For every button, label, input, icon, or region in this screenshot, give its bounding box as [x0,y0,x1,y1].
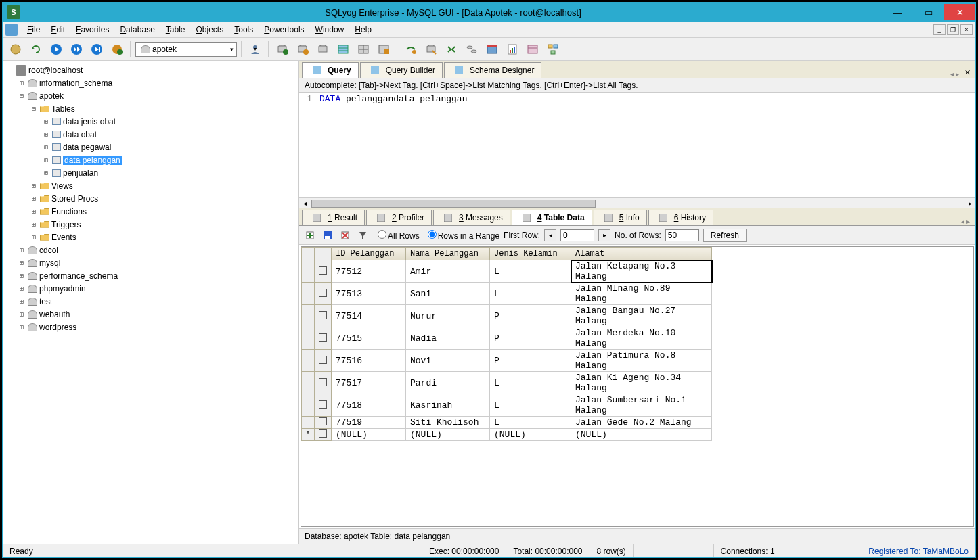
tab-schema-designer[interactable]: Schema Designer [444,62,541,78]
cell[interactable]: P [490,350,571,372]
cell[interactable]: Nadia [406,327,490,350]
menu-powertools[interactable]: Powertools [259,24,309,36]
result-nav-icon[interactable]: ◂ ▸ [958,218,973,225]
cell[interactable]: (NULL) [571,429,712,441]
scroll-right-icon[interactable]: ▸ [964,200,975,207]
expand-icon[interactable]: ⊞ [30,182,38,189]
expand-icon[interactable]: ⊞ [18,298,26,305]
save-icon[interactable] [321,229,334,242]
expand-icon[interactable]: ⊞ [30,220,38,228]
expand-icon[interactable]: ⊟ [30,105,38,112]
maximize-button[interactable]: ▭ [913,4,944,20]
row-checkbox[interactable] [315,417,332,429]
cell[interactable]: (NULL) [332,429,406,441]
refresh-button[interactable]: Refresh [703,229,747,242]
result-tab-messages[interactable]: 3 Messages [433,210,510,225]
rows-in-range-radio[interactable]: Rows in a Range [424,230,499,241]
table-row[interactable]: 77513SaniLJalan MInang No.89 Malang [302,283,712,305]
menu-tools[interactable]: Tools [229,24,259,36]
cell[interactable]: Siti Kholisoh [406,417,490,429]
first-row-input[interactable] [560,229,594,241]
report-icon[interactable] [504,41,521,58]
tree-folder-Views[interactable]: ⊞Views [3,179,298,192]
cell[interactable]: L [490,417,571,429]
cell[interactable]: 77514 [332,305,406,327]
cell[interactable]: Jalan Ketapang No.3 Malang [571,260,712,283]
cell[interactable]: L [490,394,571,417]
tree-db-cdcol[interactable]: ⊞cdcol [3,243,298,256]
prev-page-button[interactable]: ◂ [544,229,556,241]
row-checkbox[interactable] [315,372,332,394]
row-checkbox[interactable] [315,350,332,372]
cell[interactable]: Jalan Merdeka No.10 Malang [571,327,712,350]
db-tool3-icon[interactable] [314,41,332,58]
cell[interactable]: Jalan Gede No.2 Malang [571,417,712,429]
menu-edit[interactable]: Edit [45,24,70,36]
expand-icon[interactable]: ⊞ [30,208,38,215]
cell[interactable]: Sani [406,283,490,305]
next-page-button[interactable]: ▸ [598,229,610,241]
expand-icon[interactable]: ⊞ [18,310,26,318]
expand-icon[interactable]: ⊞ [18,246,26,254]
cell[interactable]: L [490,283,571,305]
expand-icon[interactable]: ⊞ [42,131,50,138]
table-row[interactable]: 77516NoviPJalan Patimura No.8 Malang [302,350,712,372]
row-checkbox[interactable] [315,394,332,417]
menu-objects[interactable]: Objects [191,24,229,36]
menu-window[interactable]: Window [310,24,350,36]
table-row[interactable]: 77515NadiaPJalan Merdeka No.10 Malang [302,327,712,350]
cell[interactable]: Pardi [406,372,490,394]
row-checkbox[interactable] [315,305,332,327]
cell[interactable]: Jalang Bangau No.27 Malang [571,305,712,327]
table-tool1-icon[interactable] [334,41,352,58]
row-checkbox[interactable] [315,283,332,305]
close-button[interactable]: ✕ [944,4,975,20]
cell[interactable]: L [490,372,571,394]
scroll-left-icon[interactable]: ◂ [299,200,310,207]
tree-db-webauth[interactable]: ⊞webauth [3,308,298,321]
cell[interactable]: 77513 [332,283,406,305]
result-tab-table-data[interactable]: 4 Table Data [512,210,592,225]
new-connection-icon[interactable] [7,41,24,58]
tree-folder-Stored-Procs[interactable]: ⊞Stored Procs [3,192,298,205]
tree-table-data-jenis-obat[interactable]: ⊞data jenis obat [3,115,298,128]
tabbar-nav-icon[interactable]: ◂ ▸ [948,70,962,78]
expand-icon[interactable]: ⊞ [30,195,38,202]
tree-db-apotek[interactable]: ⊟apotek [3,89,298,102]
registered-to-link[interactable]: Registered To: TaMaMBoLo [862,546,975,556]
form-icon[interactable] [524,41,541,58]
cell[interactable]: Amir [406,260,490,283]
table-row[interactable]: 77517PardiLJalan Ki Ageng No.34 Malang [302,372,712,394]
tree-db-test[interactable]: ⊞test [3,295,298,308]
db-tool1-icon[interactable] [273,41,291,58]
diagram-icon[interactable] [544,41,562,58]
cell[interactable]: 77517 [332,372,406,394]
tree-db-performance_schema[interactable]: ⊞performance_schema [3,269,298,282]
cell[interactable]: (NULL) [406,429,490,441]
tab-query[interactable]: Query [302,62,359,78]
sync-tool1-icon[interactable] [402,41,420,58]
tab-close-button[interactable]: ✕ [962,67,973,78]
column-header[interactable]: Nama Pelanggan [406,248,490,260]
menu-favorites[interactable]: Favorites [70,24,114,36]
tree-table-data-pegawai[interactable]: ⊞data pegawai [3,141,298,154]
menu-file[interactable]: File [22,24,45,36]
table-tool3-icon[interactable] [375,41,393,58]
menu-table[interactable]: Table [160,24,191,36]
scroll-thumb[interactable] [311,200,596,208]
execute-explain-icon[interactable] [88,41,106,58]
expand-icon[interactable]: ⊞ [18,285,26,292]
table-row[interactable]: 77512AmirLJalan Ketapang No.3 Malang [302,260,712,283]
expand-icon[interactable]: ⊞ [18,259,26,266]
expand-icon[interactable]: ⊞ [30,233,38,241]
tree-table-data-obat[interactable]: ⊞data obat [3,128,298,141]
minimize-button[interactable]: — [882,4,913,20]
cell[interactable]: 77512 [332,260,406,283]
user-icon[interactable]: ▾ [246,41,264,58]
object-browser-tree[interactable]: root@localhost⊞information_schema⊟apotek… [3,61,299,544]
sync-tool2-icon[interactable] [422,41,440,58]
tree-folder-Events[interactable]: ⊞Events [3,231,298,243]
tree-folder-Tables[interactable]: ⊟Tables [3,102,298,115]
schedule-icon[interactable] [483,41,501,58]
tree-root[interactable]: root@localhost [3,64,298,76]
